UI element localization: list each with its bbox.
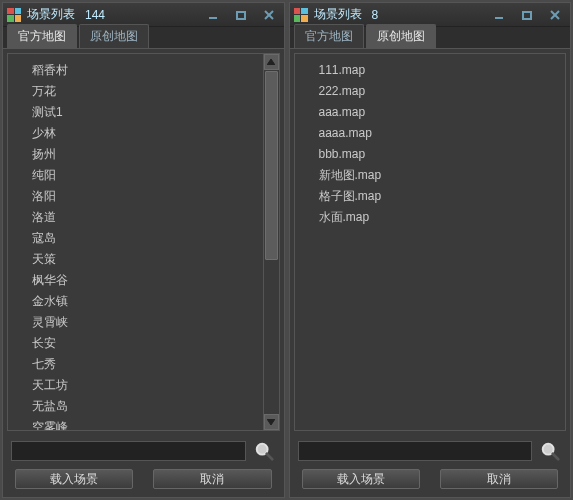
scene-count: 8	[372, 8, 379, 22]
tab-original-maps[interactable]: 原创地图	[366, 24, 436, 48]
list-item[interactable]: 纯阳	[32, 165, 263, 186]
scene-list-window-right: 场景列表 8 官方地图 原创地图 111.map222.mapaaa.mapaa…	[289, 2, 572, 498]
list-item[interactable]: 枫华谷	[32, 270, 263, 291]
cancel-button[interactable]: 取消	[153, 469, 271, 489]
list-item[interactable]: 天策	[32, 249, 263, 270]
app-icon	[294, 8, 308, 22]
scroll-thumb[interactable]	[265, 71, 278, 260]
list-item[interactable]: 天工坊	[32, 375, 263, 396]
maximize-button[interactable]	[516, 7, 538, 23]
window-title: 场景列表	[27, 6, 75, 23]
app-icon	[7, 8, 21, 22]
maximize-button[interactable]	[230, 7, 252, 23]
list-item[interactable]: 测试1	[32, 102, 263, 123]
list-item[interactable]: bbb.map	[319, 144, 566, 165]
scene-list-container: 111.map222.mapaaa.mapaaaa.mapbbb.map新地图.…	[294, 53, 567, 431]
scroll-track[interactable]	[264, 70, 279, 414]
list-item[interactable]: 长安	[32, 333, 263, 354]
list-item[interactable]: 无盐岛	[32, 396, 263, 417]
list-item[interactable]: 少林	[32, 123, 263, 144]
scene-list[interactable]: 111.map222.mapaaa.mapaaaa.mapbbb.map新地图.…	[295, 54, 566, 430]
button-row: 载入场景 取消	[3, 465, 284, 497]
scrollbar[interactable]	[263, 54, 279, 430]
minimize-button[interactable]	[202, 7, 224, 23]
list-item[interactable]: aaaa.map	[319, 123, 566, 144]
list-item[interactable]: 水面.map	[319, 207, 566, 228]
svg-marker-4	[267, 59, 275, 65]
list-item[interactable]: aaa.map	[319, 102, 566, 123]
list-item[interactable]: 洛道	[32, 207, 263, 228]
cancel-button[interactable]: 取消	[440, 469, 558, 489]
list-item[interactable]: 新地图.map	[319, 165, 566, 186]
svg-rect-10	[523, 12, 531, 19]
list-item[interactable]: 洛阳	[32, 186, 263, 207]
tab-official-maps[interactable]: 官方地图	[7, 24, 77, 48]
search-row	[3, 435, 284, 465]
search-row	[290, 435, 571, 465]
close-button[interactable]	[258, 7, 280, 23]
scene-list-container: 稻香村万花测试1少林扬州纯阳洛阳洛道寇岛天策枫华谷金水镇灵霄峡长安七秀天工坊无盐…	[7, 53, 280, 431]
svg-marker-5	[267, 419, 275, 425]
search-icon[interactable]	[252, 439, 276, 463]
list-item[interactable]: 稻香村	[32, 60, 263, 81]
list-item[interactable]: 扬州	[32, 144, 263, 165]
tab-original-maps[interactable]: 原创地图	[79, 24, 149, 48]
list-item[interactable]: 寇岛	[32, 228, 263, 249]
svg-rect-1	[237, 12, 245, 19]
scene-list[interactable]: 稻香村万花测试1少林扬州纯阳洛阳洛道寇岛天策枫华谷金水镇灵霄峡长安七秀天工坊无盐…	[8, 54, 263, 430]
list-item[interactable]: 空雾峰	[32, 417, 263, 430]
load-scene-button[interactable]: 载入场景	[15, 469, 133, 489]
close-button[interactable]	[544, 7, 566, 23]
scene-count: 144	[85, 8, 105, 22]
list-item[interactable]: 万花	[32, 81, 263, 102]
search-input[interactable]	[298, 441, 533, 461]
tab-bar: 官方地图 原创地图	[3, 27, 284, 49]
svg-line-15	[553, 454, 559, 460]
load-scene-button[interactable]: 载入场景	[302, 469, 420, 489]
tab-bar: 官方地图 原创地图	[290, 27, 571, 49]
svg-line-8	[266, 454, 272, 460]
list-item[interactable]: 格子图.map	[319, 186, 566, 207]
search-icon[interactable]	[538, 439, 562, 463]
scene-list-window-left: 场景列表 144 官方地图 原创地图 稻香村万花测试1少林扬州纯阳洛阳洛道寇岛天…	[2, 2, 285, 498]
list-item[interactable]: 111.map	[319, 60, 566, 81]
scroll-up-button[interactable]	[264, 54, 279, 70]
list-item[interactable]: 金水镇	[32, 291, 263, 312]
scroll-down-button[interactable]	[264, 414, 279, 430]
minimize-button[interactable]	[488, 7, 510, 23]
list-item[interactable]: 灵霄峡	[32, 312, 263, 333]
button-row: 载入场景 取消	[290, 465, 571, 497]
list-item[interactable]: 222.map	[319, 81, 566, 102]
list-item[interactable]: 七秀	[32, 354, 263, 375]
search-input[interactable]	[11, 441, 246, 461]
window-title: 场景列表	[314, 6, 362, 23]
tab-official-maps[interactable]: 官方地图	[294, 24, 364, 48]
